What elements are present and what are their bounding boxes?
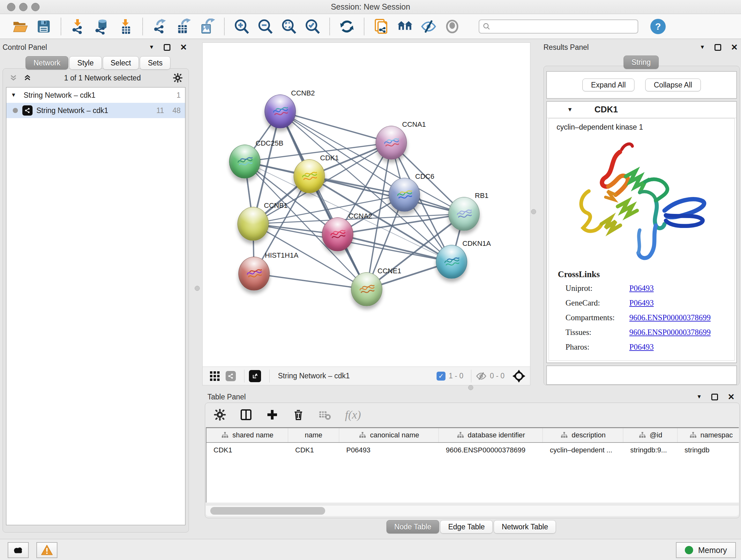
table-cell[interactable]: 9606.ENSP00000378699 xyxy=(439,443,543,457)
gear-icon[interactable] xyxy=(173,73,183,83)
column-header-name[interactable]: name xyxy=(288,428,339,442)
function-builder-icon[interactable]: f(x) xyxy=(345,408,361,422)
tree-expand-caret-icon[interactable]: ▼ xyxy=(11,92,23,98)
show-all-button[interactable] xyxy=(443,17,461,36)
table-cell[interactable]: stringdb:9... xyxy=(623,443,677,457)
node-CCNB1[interactable] xyxy=(238,207,269,241)
edge-CCNB2-CCNA1[interactable] xyxy=(280,111,391,143)
search-input[interactable] xyxy=(491,21,634,32)
node-CDC6[interactable] xyxy=(389,178,420,212)
maximize-panel-icon[interactable] xyxy=(164,44,171,51)
table-horizontal-scrollbar[interactable] xyxy=(206,505,739,516)
crosslink-value-link[interactable]: P06493 xyxy=(629,284,654,293)
tab-sets[interactable]: Sets xyxy=(140,56,171,70)
column-header-shared-name[interactable]: shared name xyxy=(206,428,288,442)
node-CDC25B[interactable] xyxy=(229,145,260,179)
crosslink-value-link[interactable]: 9606.ENSP00000378699 xyxy=(629,313,711,322)
table-settings-gear-icon[interactable] xyxy=(213,408,226,421)
zoom-in-button[interactable] xyxy=(232,17,251,36)
network-row[interactable]: String Network – cdk1 11 48 xyxy=(6,103,185,118)
scrollbar-thumb[interactable] xyxy=(210,507,325,515)
tab-string[interactable]: String xyxy=(623,56,659,69)
tab-network[interactable]: Network xyxy=(25,56,68,70)
node-CCNA1[interactable] xyxy=(376,126,407,160)
refresh-button[interactable] xyxy=(338,17,356,36)
edge-HIST1H1A-CCNE1[interactable] xyxy=(254,273,367,289)
column-header-description[interactable]: description xyxy=(543,428,623,442)
export-table-button[interactable] xyxy=(174,17,193,36)
column-header-namespac[interactable]: namespac xyxy=(677,428,739,442)
float-panel-icon[interactable]: ▼ xyxy=(696,394,702,400)
clone-network-button[interactable] xyxy=(372,17,391,36)
node-HIST1H1A[interactable] xyxy=(239,257,270,291)
column-header-database-identifier[interactable]: database identifier xyxy=(439,428,543,442)
tab-style[interactable]: Style xyxy=(69,56,102,70)
help-button[interactable]: ? xyxy=(650,19,666,34)
table-cell[interactable]: P06493 xyxy=(339,443,439,457)
export-network-button[interactable] xyxy=(151,17,169,36)
table-cell[interactable]: CDK1 xyxy=(206,443,288,457)
table-row[interactable]: CDK1CDK1P064939606.ENSP00000378699cyclin… xyxy=(206,443,739,457)
create-column-plus-icon[interactable] xyxy=(266,408,279,421)
float-panel-icon[interactable]: ▼ xyxy=(149,44,154,51)
delete-column-trash-icon[interactable] xyxy=(292,408,305,421)
network-collection-row[interactable]: ▼ String Network – cdk1 1 xyxy=(6,87,185,103)
import-table-file-button[interactable] xyxy=(116,17,135,36)
open-in-new-window-icon[interactable] xyxy=(249,370,261,382)
memory-button[interactable]: Memory xyxy=(676,542,736,558)
import-network-file-button[interactable] xyxy=(69,17,87,36)
tab-node-table[interactable]: Node Table xyxy=(387,520,440,534)
crosslink-value-link[interactable]: P06493 xyxy=(629,299,654,307)
import-network-database-button[interactable] xyxy=(92,17,111,36)
hidden-eye-icon[interactable] xyxy=(476,371,487,381)
tab-select[interactable]: Select xyxy=(103,56,139,70)
node-CDKN1A[interactable] xyxy=(436,245,467,279)
node-CCNB2[interactable] xyxy=(265,95,296,128)
float-panel-icon[interactable]: ▼ xyxy=(699,44,705,51)
node-RB1[interactable] xyxy=(448,197,480,231)
delete-table-icon[interactable] xyxy=(318,408,332,422)
expand-all-button[interactable]: Expand All xyxy=(583,78,634,91)
birdseye-navigator-icon[interactable] xyxy=(512,369,526,383)
expand-all-chevrons-icon[interactable] xyxy=(23,73,32,83)
zoom-fit-button[interactable] xyxy=(280,17,298,36)
table-cell[interactable]: CDK1 xyxy=(288,443,339,457)
warnings-button[interactable] xyxy=(37,542,57,558)
crosslink-value-link[interactable]: P06493 xyxy=(629,343,654,352)
selected-checkbox-icon[interactable]: ✓ xyxy=(436,372,446,381)
zoom-selected-button[interactable] xyxy=(303,17,322,36)
collapse-all-button[interactable]: Collapse All xyxy=(645,78,701,91)
show-columns-icon[interactable] xyxy=(240,408,253,421)
close-panel-icon[interactable]: ✕ xyxy=(180,44,187,51)
hide-selected-button[interactable] xyxy=(419,17,438,36)
node-CCNE1[interactable] xyxy=(351,272,382,306)
node-CDK1[interactable] xyxy=(293,159,325,193)
cloud-status-button[interactable] xyxy=(8,542,29,558)
collapse-all-chevrons-icon[interactable] xyxy=(9,73,18,83)
maximize-panel-icon[interactable] xyxy=(711,394,718,400)
toolbar-search[interactable] xyxy=(479,19,638,34)
horizontal-splitter-grip[interactable] xyxy=(468,385,473,390)
vertical-splitter-grip[interactable] xyxy=(531,209,536,214)
export-image-button[interactable] xyxy=(198,17,216,36)
grid-view-icon[interactable] xyxy=(209,370,220,382)
column-header--id[interactable]: @id xyxy=(623,428,677,442)
tab-edge-table[interactable]: Edge Table xyxy=(440,520,493,534)
zoom-out-button[interactable] xyxy=(256,17,274,36)
collapse-section-caret-icon[interactable]: ▼ xyxy=(567,106,573,113)
network-share-view-icon[interactable] xyxy=(226,371,236,381)
vertical-splitter-grip[interactable] xyxy=(195,286,200,291)
first-neighbors-button[interactable] xyxy=(396,17,414,36)
node-CCNA2[interactable] xyxy=(322,217,353,251)
close-panel-icon[interactable]: ✕ xyxy=(728,394,735,400)
save-session-button[interactable] xyxy=(35,17,53,36)
table-cell[interactable]: stringdb xyxy=(677,443,739,457)
table-cell[interactable]: cyclin–dependent ... xyxy=(543,443,623,457)
close-panel-icon[interactable]: ✕ xyxy=(731,44,738,51)
open-session-button[interactable] xyxy=(11,17,29,36)
network-canvas[interactable]: CCNB2CCNA1CDC25BCDK1CDC6RB1CCNB1CCNA2CDK… xyxy=(203,43,531,367)
crosslink-value-link[interactable]: 9606.ENSP00000378699 xyxy=(629,328,711,337)
maximize-panel-icon[interactable] xyxy=(715,44,721,51)
column-header-canonical-name[interactable]: canonical name xyxy=(339,428,439,442)
tab-network-table[interactable]: Network Table xyxy=(494,520,556,534)
